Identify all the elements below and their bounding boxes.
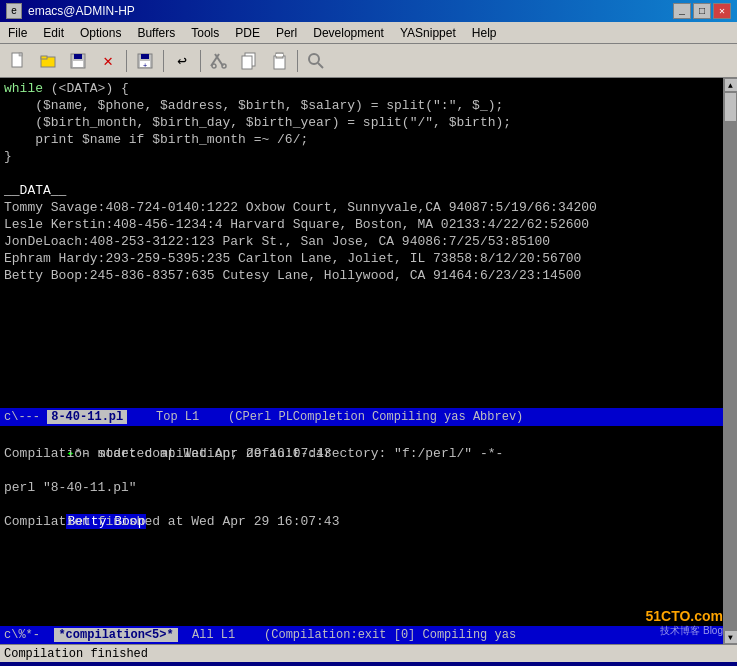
save-btn[interactable] — [64, 48, 92, 74]
output-betty: Betty Boop — [4, 496, 719, 513]
svg-rect-16 — [242, 56, 252, 69]
svg-text:+: + — [143, 62, 147, 70]
code-line-7: __DATA__ — [4, 182, 719, 199]
menu-help[interactable]: Help — [464, 22, 505, 43]
toolbar-separator-3 — [200, 50, 201, 72]
svg-rect-8 — [141, 54, 149, 59]
code-line-1: while (<DATA>) { — [4, 80, 719, 97]
code-line-3: ($birth_month, $birth_day, $birth_year) … — [4, 114, 719, 131]
watermark-site: 51CTO.com — [645, 608, 723, 624]
data-line-5: Betty Boop:245-836-8357:635 Cutesy Lane,… — [4, 267, 719, 284]
data-line-1: Tommy Savage:408-724-0140:1222 Oxbow Cou… — [4, 199, 719, 216]
code-line-6 — [4, 165, 719, 182]
svg-rect-6 — [73, 61, 83, 67]
compilation-buffer-name: *compilation<5>* — [54, 628, 177, 642]
echo-area: Compilation finished — [0, 644, 737, 662]
menu-file[interactable]: File — [0, 22, 35, 43]
svg-rect-1 — [19, 53, 22, 56]
svg-point-14 — [222, 64, 226, 68]
menu-development[interactable]: Development — [305, 22, 392, 43]
close-window-btn[interactable]: ✕ — [713, 3, 731, 19]
compilation-finish: Compilation finished at Wed Apr 29 16:07… — [4, 513, 719, 530]
data-line-4: Ephram Hardy:293-259-5395:235 Carlton La… — [4, 250, 719, 267]
app-icon: e — [6, 3, 22, 19]
scroll-thumb[interactable] — [724, 92, 737, 122]
svg-line-21 — [318, 63, 323, 68]
copy-btn[interactable] — [235, 48, 263, 74]
undo-btn[interactable]: ↩ — [168, 48, 196, 74]
menu-options[interactable]: Options — [72, 22, 129, 43]
maximize-btn[interactable]: □ — [693, 3, 711, 19]
code-line-5: } — [4, 148, 719, 165]
svg-point-20 — [309, 54, 319, 64]
top-mode-line: c\--- 8-40-11.pl Top L1 (CPerl PLComplet… — [0, 408, 723, 426]
open-file-btn[interactable] — [34, 48, 62, 74]
compilation-marker: ✦*- mode: compilation; default-directory… — [4, 428, 719, 445]
paste-btn[interactable] — [265, 48, 293, 74]
code-line-2: ($name, $phone, $address, $birth, $salar… — [4, 97, 719, 114]
scroll-track[interactable] — [724, 92, 737, 630]
bottom-pane[interactable]: ✦*- mode: compilation; default-directory… — [0, 426, 723, 626]
toolbar-separator-1 — [126, 50, 127, 72]
window-title: emacs@ADMIN-HP — [28, 4, 135, 18]
save-as-btn[interactable]: + — [131, 48, 159, 74]
scrollbar: ▲ ▼ — [723, 78, 737, 644]
svg-rect-19 — [276, 54, 283, 56]
menu-yasnippet[interactable]: YASnippet — [392, 22, 464, 43]
svg-rect-3 — [41, 56, 47, 59]
svg-point-13 — [212, 64, 216, 68]
menu-edit[interactable]: Edit — [35, 22, 72, 43]
menu-pde[interactable]: PDE — [227, 22, 268, 43]
svg-rect-5 — [74, 54, 82, 59]
toolbar-separator-4 — [297, 50, 298, 72]
menu-bar: File Edit Options Buffers Tools PDE Perl… — [0, 22, 737, 44]
watermark: 51CTO.com 技术博客 Blog — [645, 608, 723, 638]
blank-line-1 — [4, 462, 719, 479]
echo-text: Compilation finished — [4, 647, 148, 661]
watermark-sub: 技术博客 Blog — [645, 624, 723, 638]
data-line-2: Lesle Kerstin:408-456-1234:4 Harvard Squ… — [4, 216, 719, 233]
menu-perl[interactable]: Perl — [268, 22, 305, 43]
close-file-btn[interactable]: ✕ — [94, 48, 122, 74]
window-controls: _ □ ✕ — [673, 3, 731, 19]
title-bar-left: e emacs@ADMIN-HP — [6, 3, 135, 19]
top-pane[interactable]: while (<DATA>) { ($name, $phone, $addres… — [0, 78, 723, 408]
scroll-down-btn[interactable]: ▼ — [724, 630, 738, 644]
toolbar: ✕ + ↩ — [0, 44, 737, 78]
minimize-btn[interactable]: _ — [673, 3, 691, 19]
scroll-up-btn[interactable]: ▲ — [724, 78, 738, 92]
code-line-4: print $name if $birth_month =~ /6/; — [4, 131, 719, 148]
search-file-btn[interactable] — [302, 48, 330, 74]
menu-buffers[interactable]: Buffers — [129, 22, 183, 43]
menu-tools[interactable]: Tools — [183, 22, 227, 43]
title-bar: e emacs@ADMIN-HP _ □ ✕ — [0, 0, 737, 22]
data-line-3: JonDeLoach:408-253-3122:123 Park St., Sa… — [4, 233, 719, 250]
bottom-mode-line: c\%*- *compilation<5>* All L1 (Compilati… — [0, 626, 723, 644]
toolbar-separator-2 — [163, 50, 164, 72]
perl-command: perl "8-40-11.pl" — [4, 479, 719, 496]
top-filename: 8-40-11.pl — [47, 410, 127, 424]
main-content: while (<DATA>) { ($name, $phone, $addres… — [0, 78, 737, 644]
editor-area: while (<DATA>) { ($name, $phone, $addres… — [0, 78, 723, 644]
cut-btn[interactable] — [205, 48, 233, 74]
new-file-btn[interactable] — [4, 48, 32, 74]
